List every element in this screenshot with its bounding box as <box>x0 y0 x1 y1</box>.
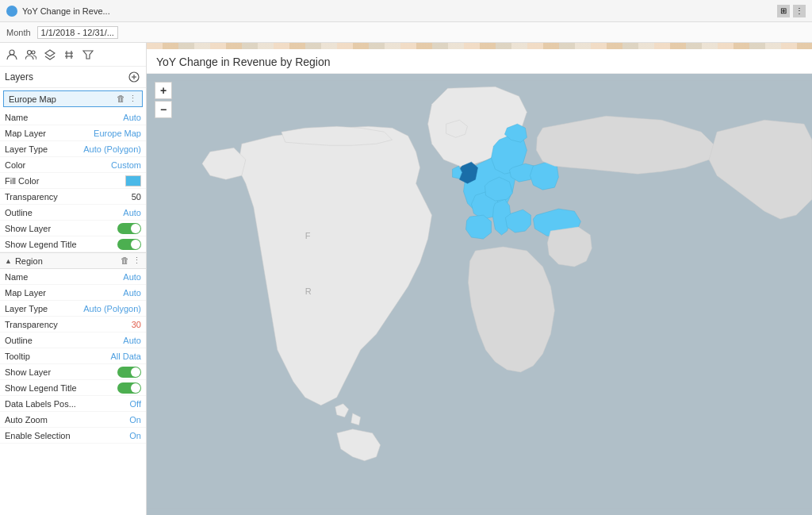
app-icon <box>6 6 17 17</box>
region-collapse-icon[interactable]: ▲ <box>5 257 12 265</box>
name-label: Name <box>5 113 123 122</box>
left-panel: Layers Europe Map 🗑 ⋮ Name Auto Map Laye… <box>0 43 147 515</box>
svg-point-0 <box>10 50 14 55</box>
region-outline-row: Outline Auto <box>0 332 146 348</box>
delete-region-icon[interactable]: 🗑 <box>121 256 129 266</box>
color-label: Color <box>5 160 111 170</box>
rname-label: Name <box>5 272 123 282</box>
region-maplayer-row: Map Layer Auto <box>0 285 146 301</box>
region-datalabels-row: Data Labels Pos... Off <box>0 396 146 412</box>
europe-color-row: Color Custom <box>0 157 146 173</box>
layers-icon[interactable] <box>43 48 57 62</box>
showlayer-label: Show Layer <box>5 224 117 233</box>
rshowlayer-label: Show Layer <box>5 367 117 377</box>
more-options-button[interactable]: ⋮ <box>793 5 806 17</box>
region-tooltip-row: Tooltip All Data <box>0 348 146 364</box>
showlayer-toggle[interactable] <box>117 223 141 234</box>
region-section-header: ▲ Region 🗑 ⋮ <box>0 252 146 269</box>
chart-title-bar: YoY Change in Revenue by Region <box>147 49 812 74</box>
title-bar: YoY Change in Reve... ⊞ ⋮ <box>0 0 812 22</box>
datalabels-value[interactable]: Off <box>130 399 141 409</box>
showlegend-toggle[interactable] <box>117 239 141 250</box>
europe-transparency-row: Transparency 50 <box>0 189 146 205</box>
rlayertype-label: Layer Type <box>5 304 83 313</box>
maplayer-label: Map Layer <box>5 129 94 138</box>
top-strip <box>147 43 812 49</box>
region-section-actions: 🗑 ⋮ <box>121 256 141 266</box>
layertype-label: Layer Type <box>5 144 83 154</box>
svg-marker-3 <box>45 50 55 56</box>
tooltip-label: Tooltip <box>5 352 110 361</box>
rtransparency-value[interactable]: 30 <box>132 320 141 329</box>
region-autozoom-row: Auto Zoom On <box>0 412 146 428</box>
window-title: YoY Change in Reve... <box>22 6 772 16</box>
person-icon[interactable] <box>5 48 19 62</box>
enablesel-label: Enable Selection <box>5 431 129 440</box>
icon-row <box>0 43 146 67</box>
europe-outline-row: Outline Auto <box>0 205 146 221</box>
color-value[interactable]: Custom <box>111 160 141 170</box>
delete-layer-icon[interactable]: 🗑 <box>117 94 125 104</box>
datalabels-label: Data Labels Pos... <box>5 399 130 409</box>
transparency-value[interactable]: 50 <box>132 192 141 202</box>
svg-marker-8 <box>83 51 93 59</box>
zoom-in-button[interactable]: + <box>155 82 172 99</box>
svg-point-2 <box>32 51 35 54</box>
region-showlayer-row: Show Layer <box>0 364 146 380</box>
europe-map-label: Europe Map <box>9 94 117 104</box>
region-name-row: Name Auto <box>0 269 146 285</box>
region-transparency-row: Transparency 30 <box>0 317 146 332</box>
layertype-value[interactable]: Auto (Polygon) <box>83 144 141 154</box>
title-bar-actions: ⊞ ⋮ <box>777 5 806 17</box>
user-group-icon[interactable] <box>24 48 38 62</box>
rname-value[interactable]: Auto <box>123 272 141 282</box>
outline-label: Outline <box>5 208 123 217</box>
tooltip-value[interactable]: All Data <box>110 352 141 361</box>
zoom-out-button[interactable]: − <box>155 101 172 118</box>
europe-fillcolor-row: Fill Color <box>0 173 146 189</box>
rlayertype-value[interactable]: Auto (Polygon) <box>83 304 141 313</box>
rtransparency-label: Transparency <box>5 320 132 329</box>
svg-point-1 <box>28 50 32 54</box>
svg-text:R: R <box>305 286 312 296</box>
layers-header: Layers <box>0 67 146 88</box>
showlegend-label: Show Legend Title <box>5 240 117 249</box>
add-layer-button[interactable] <box>127 70 141 84</box>
filter-label: Month <box>6 28 31 37</box>
rshowlegend-toggle[interactable] <box>117 382 141 394</box>
name-value[interactable]: Auto <box>123 113 141 122</box>
outline-value[interactable]: Auto <box>123 208 141 217</box>
region-showlegend-row: Show Legend Title <box>0 380 146 396</box>
fillcolor-swatch[interactable] <box>125 175 141 186</box>
layer-item-actions: 🗑 ⋮ <box>117 94 137 104</box>
more-layer-icon[interactable]: ⋮ <box>128 94 137 104</box>
region-layertype-row: Layer Type Auto (Polygon) <box>0 301 146 317</box>
svg-text:F: F <box>305 231 311 240</box>
rshowlegend-label: Show Legend Title <box>5 383 117 393</box>
europe-showlayer-row: Show Layer <box>0 221 146 236</box>
region-enablesel-row: Enable Selection On <box>0 428 146 444</box>
more-region-icon[interactable]: ⋮ <box>132 256 141 266</box>
main-container: Layers Europe Map 🗑 ⋮ Name Auto Map Laye… <box>0 43 812 515</box>
rmaplayer-label: Map Layer <box>5 288 123 298</box>
zoom-controls: + − <box>155 82 172 118</box>
europe-name-row: Name Auto <box>0 110 146 125</box>
europe-maplayer-row: Map Layer Europe Map <box>0 125 146 141</box>
routline-value[interactable]: Auto <box>123 336 141 345</box>
europe-showlegend-row: Show Legend Title <box>0 236 146 252</box>
enablesel-value[interactable]: On <box>129 431 141 440</box>
region-section-title: Region <box>15 256 121 266</box>
hash-icon[interactable] <box>62 48 76 62</box>
map-area[interactable]: + − <box>147 74 812 515</box>
autozoom-value[interactable]: On <box>129 415 141 425</box>
filter-value[interactable]: 1/1/2018 - 12/31/... <box>37 26 118 39</box>
fillcolor-label: Fill Color <box>5 176 125 186</box>
filter-icon[interactable] <box>81 48 95 62</box>
transparency-label: Transparency <box>5 192 132 202</box>
europe-map-layer-item[interactable]: Europe Map 🗑 ⋮ <box>3 90 143 107</box>
routline-label: Outline <box>5 336 123 345</box>
grid-view-button[interactable]: ⊞ <box>777 5 790 17</box>
rmaplayer-value[interactable]: Auto <box>123 288 141 298</box>
maplayer-value[interactable]: Europe Map <box>94 129 141 138</box>
rshowlayer-toggle[interactable] <box>117 367 141 378</box>
